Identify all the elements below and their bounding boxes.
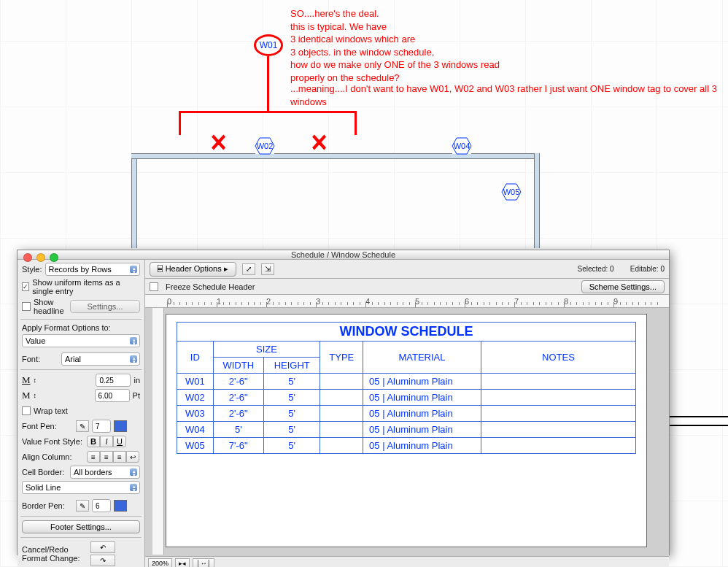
minimize-icon[interactable] [36,253,45,262]
wall [670,416,728,426]
col-notes[interactable]: NOTES [481,342,635,374]
schedule-title: WINDOW SCHEDULE [177,323,636,342]
wrap-text-label: Wrap text [34,406,68,415]
border-pen-label: Border Pen: [22,501,73,510]
show-headline-checkbox[interactable] [22,302,31,311]
cancel-redo-label: Cancel/Redo Format Change: [22,545,88,563]
col-size[interactable]: SIZE [213,342,320,358]
x-mark-icon: ✕ [209,128,228,157]
pen-icon[interactable]: ✎ [76,500,89,512]
table-row[interactable]: W045'5'05 | Aluminum Plain [177,422,636,438]
align-wrap-button[interactable]: ↩ [126,451,139,463]
annotation-bracket [179,111,357,113]
annotation-bracket-end [355,113,357,135]
headline-settings-button[interactable]: Settings... [70,300,140,313]
border-pen-input[interactable]: 6 [92,499,111,512]
line-style-select[interactable]: Solid Line▴▾ [22,481,140,494]
dialog-titlebar[interactable]: Schedule / Window Schedule [18,250,669,260]
wall [534,153,540,248]
freeze-header-label: Freeze Schedule Header [166,282,255,291]
schedule-dialog: Schedule / Window Schedule Style: Record… [17,250,670,555]
show-uniform-checkbox[interactable]: ✓ [22,282,29,291]
window-tag-w05[interactable]: W05 [502,184,521,200]
col-height[interactable]: HEIGHT [263,358,320,374]
annotation-sub: ...meaning....I don't want to have W01, … [290,82,728,108]
font-pen-color[interactable] [114,420,127,432]
dialog-title: Schedule / Window Schedule [291,250,395,259]
window-tag-w02[interactable]: W02 [255,138,274,154]
value-font-style-label: Value Font Style: [22,437,84,446]
table-row[interactable]: W022'-6"5'05 | Aluminum Plain [177,390,636,406]
style-select[interactable]: Records by Rows▴▾ [45,263,140,276]
horizontal-ruler[interactable]: 0123456789 [145,295,669,308]
style-label: Style: [22,265,42,274]
scheme-settings-button[interactable]: Scheme Settings... [581,280,665,293]
unit-label: in [133,376,140,385]
undo-button[interactable]: ↶ [90,541,115,553]
zoom-icon[interactable] [50,253,58,262]
font-pen-input[interactable]: 7 [92,420,111,433]
underline-button[interactable]: U [113,436,126,447]
annotation-bracket-end [179,113,181,135]
window-tag-w01-callout: W01 [254,34,283,56]
schedule-subbar: Freeze Schedule Header Scheme Settings..… [145,279,669,295]
col-material[interactable]: MATERIAL [363,342,481,374]
font-select[interactable]: Arial▴▾ [61,352,140,366]
pen-icon[interactable]: ✎ [76,420,89,432]
font-pen-label: Font Pen: [22,422,73,431]
x-mark-icon: ✕ [310,128,328,157]
wall [131,153,137,248]
apply-format-label: Apply Format Options to: [22,323,140,332]
annotation-main: SO....here's the deal.this is typical. W… [290,7,699,84]
editable-count: Editable: 0 [630,265,665,273]
schedule-main-area: ⌸Header Options ▸ ⤢ ⇲ Selected: 0 Editab… [145,260,669,567]
col-width[interactable]: WIDTH [213,358,263,374]
window-schedule-table: WINDOW SCHEDULE ID SIZE TYPE MATERIAL NO… [177,322,636,454]
wrap-text-checkbox[interactable] [22,406,31,415]
table-row[interactable]: W032'-6"5'05 | Aluminum Plain [177,406,636,422]
font-size-input[interactable]: 6.00 [95,389,130,402]
row-height-input[interactable]: 0.25 [96,374,131,387]
wall [131,153,540,159]
align-center-button[interactable]: ≡ [100,451,113,463]
svg-marker-0 [255,138,274,154]
font-label: Font: [22,355,58,363]
schedule-bottombar: 200% ▸◂ │↔│ [145,556,669,567]
col-type[interactable]: TYPE [320,342,363,374]
show-uniform-label: Show uniform items as a single entry [32,278,140,296]
close-icon[interactable] [23,253,32,262]
align-right-button[interactable]: ≡ [113,451,126,463]
italic-button[interactable]: I [100,436,113,447]
restructure-button[interactable]: ⤢ [242,263,255,275]
fit-page-button[interactable]: │↔│ [193,558,214,567]
border-pen-color[interactable] [114,500,127,512]
header-options-button[interactable]: ⌸Header Options ▸ [150,262,236,277]
annotation-leader [267,56,269,113]
align-left-button[interactable]: ≡ [87,451,100,463]
schedule-viewport[interactable]: WINDOW SCHEDULE ID SIZE TYPE MATERIAL NO… [145,308,669,567]
vertical-ruler[interactable] [152,308,164,555]
unit-label: Pt [133,391,140,400]
schedule-toolbar: ⌸Header Options ▸ ⤢ ⇲ Selected: 0 Editab… [145,260,669,279]
show-headline-label: Show headline [34,298,67,315]
svg-marker-2 [502,184,521,200]
schedule-paper: WINDOW SCHEDULE ID SIZE TYPE MATERIAL NO… [166,314,647,547]
selected-count: Selected: 0 [578,265,614,273]
apply-format-select[interactable]: Value▴▾ [22,334,140,347]
format-sidebar: Style: Records by Rows▴▾ ✓Show uniform i… [18,260,145,567]
fit-width-button[interactable]: ▸◂ [175,558,190,567]
redo-button[interactable]: ↷ [90,555,115,566]
table-row[interactable]: W012'-6"5'05 | Aluminum Plain [177,374,636,390]
window-tag-w04[interactable]: W04 [452,138,471,154]
bold-button[interactable]: B [87,436,100,447]
cell-border-select[interactable]: All borders▴▾ [70,466,140,479]
table-row[interactable]: W057'-6"5'05 | Aluminum Plain [177,438,636,454]
cell-border-label: Cell Border: [22,468,67,477]
freeze-header-checkbox[interactable] [150,282,158,291]
col-id[interactable]: ID [177,342,214,374]
footer-settings-button[interactable]: Footer Settings... [22,520,140,533]
merge-button[interactable]: ⇲ [261,263,274,275]
svg-marker-1 [452,138,471,154]
align-column-label: Align Column: [22,452,84,461]
zoom-display[interactable]: 200% [148,558,172,567]
